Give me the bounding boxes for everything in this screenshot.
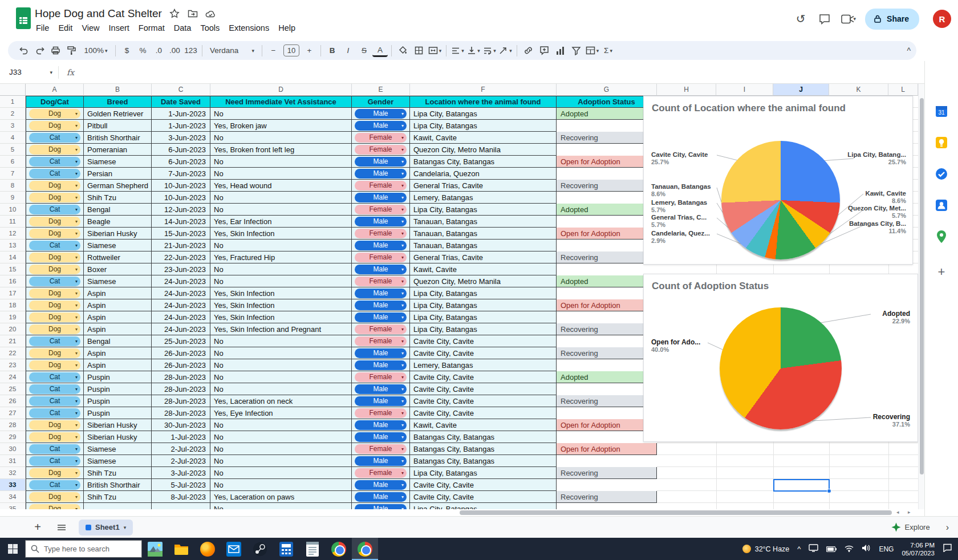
gender-select-chip[interactable]: Female▾ bbox=[355, 444, 407, 454]
chip-dropdown-icon[interactable]: ▾ bbox=[75, 435, 78, 440]
cell-breed-14[interactable]: Rottweiler bbox=[84, 251, 152, 263]
cell-breed-28[interactable]: Siberian Husky bbox=[84, 419, 152, 431]
cell-date-25[interactable]: 28-Jun-2023 bbox=[152, 383, 210, 395]
dogcat-select-chip[interactable]: Dog▾ bbox=[29, 181, 80, 190]
cell-date-19[interactable]: 24-Jun-2023 bbox=[152, 311, 210, 323]
increase-font-size-button[interactable]: + bbox=[302, 43, 317, 58]
doc-title[interactable]: Hope Dog and Cat Shelter bbox=[35, 7, 162, 20]
get-addons-button[interactable]: + bbox=[933, 263, 950, 281]
chip-dropdown-icon[interactable]: ▾ bbox=[401, 147, 404, 152]
cell-breed-23[interactable]: Aspin bbox=[84, 359, 152, 371]
cell-dogcat-23[interactable]: Dog▾ bbox=[26, 359, 84, 371]
chip-dropdown-icon[interactable]: ▾ bbox=[75, 255, 78, 260]
fill-handle[interactable] bbox=[827, 489, 831, 493]
chip-dropdown-icon[interactable]: ▾ bbox=[75, 387, 78, 392]
dogcat-select-chip[interactable]: Dog▾ bbox=[29, 265, 80, 274]
cell-location-17[interactable]: Lipa City, Batangas bbox=[410, 287, 557, 299]
row-header-27[interactable]: 27 bbox=[0, 407, 26, 419]
cell-breed-22[interactable]: Aspin bbox=[84, 347, 152, 359]
cell-gender-8[interactable]: Female▾ bbox=[352, 180, 410, 192]
cell-dogcat-35[interactable]: Dog▾ bbox=[26, 503, 84, 509]
chip-dropdown-icon[interactable]: ▾ bbox=[75, 339, 78, 344]
chip-dropdown-icon[interactable]: ▾ bbox=[75, 423, 78, 428]
cell-vet-14[interactable]: Yes, Fractured Hip bbox=[210, 251, 352, 263]
cell-location-25[interactable]: Cavite City, Cavite bbox=[410, 383, 557, 395]
borders-button[interactable] bbox=[411, 43, 427, 58]
chip-dropdown-icon[interactable]: ▾ bbox=[75, 494, 78, 500]
row-header-24[interactable]: 24 bbox=[0, 371, 26, 383]
cell-location-31[interactable]: Batangas City, Batangas bbox=[410, 455, 557, 467]
col-header-J[interactable]: J bbox=[773, 84, 829, 96]
select-all-corner[interactable] bbox=[0, 84, 26, 96]
cell-vet-28[interactable]: No bbox=[210, 419, 352, 431]
dogcat-select-chip[interactable]: Cat▾ bbox=[29, 205, 80, 214]
cell-breed-2[interactable]: Golden Retriever bbox=[84, 108, 152, 120]
cell-dogcat-18[interactable]: Dog▾ bbox=[26, 299, 84, 311]
chip-dropdown-icon[interactable]: ▾ bbox=[75, 111, 78, 116]
calendar-icon[interactable]: 31 bbox=[933, 103, 950, 120]
calculator-icon[interactable] bbox=[273, 538, 299, 560]
cell-date-35[interactable] bbox=[152, 503, 210, 509]
row-header-35[interactable]: 35 bbox=[0, 503, 26, 509]
cell-gender-19[interactable]: Male▾ bbox=[352, 311, 410, 323]
cell-breed-4[interactable]: British Shorthair bbox=[84, 132, 152, 144]
cell-location-3[interactable]: Lipa City, Batangas bbox=[410, 120, 557, 132]
chip-dropdown-icon[interactable]: ▾ bbox=[75, 279, 78, 284]
row-header-6[interactable]: 6 bbox=[0, 156, 26, 168]
cell-breed-25[interactable]: Puspin bbox=[84, 383, 152, 395]
cell-vet-29[interactable]: No bbox=[210, 431, 352, 443]
cell-vet-35[interactable]: No bbox=[210, 503, 352, 509]
gender-select-chip[interactable]: Female▾ bbox=[355, 324, 407, 334]
print-button[interactable] bbox=[48, 43, 63, 58]
col-header-F[interactable]: F bbox=[410, 84, 557, 96]
col-header-I[interactable]: I bbox=[716, 84, 773, 96]
expand-sheetbar-icon[interactable]: › bbox=[946, 522, 949, 533]
cell-date-11[interactable]: 14-Jun-2023 bbox=[152, 216, 210, 228]
dogcat-select-chip[interactable]: Dog▾ bbox=[29, 301, 80, 310]
row-header-13[interactable]: 13 bbox=[0, 240, 26, 251]
scroll-right-icon[interactable]: ▸ bbox=[908, 509, 911, 515]
cell-vet-26[interactable]: Yes, Laceration on neck bbox=[210, 395, 352, 407]
cell-gender-30[interactable]: Female▾ bbox=[352, 443, 410, 455]
gender-select-chip[interactable]: Female▾ bbox=[355, 145, 407, 155]
cell-dogcat-8[interactable]: Dog▾ bbox=[26, 180, 84, 192]
cell-gender-5[interactable]: Female▾ bbox=[352, 144, 410, 156]
row-header-28[interactable]: 28 bbox=[0, 419, 26, 431]
cell-dogcat-9[interactable]: Dog▾ bbox=[26, 192, 84, 204]
name-box[interactable]: J33 ▾ bbox=[0, 68, 58, 76]
gender-select-chip[interactable]: Female▾ bbox=[355, 372, 407, 382]
cell-vet-30[interactable]: No bbox=[210, 443, 352, 455]
cell-gender-35[interactable]: Male▾ bbox=[352, 503, 410, 509]
cell-status-15[interactable]: Open for Adoption▾ bbox=[557, 419, 657, 431]
cell-gender-9[interactable]: Male▾ bbox=[352, 192, 410, 204]
row-header-14[interactable]: 14 bbox=[0, 251, 26, 263]
dogcat-select-chip[interactable]: Dog▾ bbox=[29, 229, 80, 238]
cell-dogcat-19[interactable]: Dog▾ bbox=[26, 311, 84, 323]
gender-select-chip[interactable]: Male▾ bbox=[355, 169, 407, 178]
col-header-L[interactable]: L bbox=[888, 84, 918, 96]
cell-gender-3[interactable]: Male▾ bbox=[352, 120, 410, 132]
start-button[interactable] bbox=[0, 538, 25, 560]
gender-select-chip[interactable]: Male▾ bbox=[355, 301, 407, 310]
dogcat-select-chip[interactable]: Cat▾ bbox=[29, 336, 80, 346]
horizontal-scrollbar[interactable]: ◂ ▸ bbox=[0, 509, 918, 516]
chip-dropdown-icon[interactable]: ▾ bbox=[401, 195, 404, 200]
header-cell-G1[interactable]: Adoption Status bbox=[557, 96, 657, 108]
dogcat-select-chip[interactable]: Dog▾ bbox=[29, 289, 80, 298]
cell-breed-33[interactable]: British Shorthair bbox=[84, 479, 152, 491]
fill-color-button[interactable] bbox=[395, 43, 411, 58]
row-header-4[interactable]: 4 bbox=[0, 132, 26, 144]
cell-date-29[interactable]: 1-Jul-2023 bbox=[152, 431, 210, 443]
undo-button[interactable] bbox=[16, 43, 31, 58]
chip-dropdown-icon[interactable]: ▾ bbox=[401, 255, 404, 260]
cell-breed-15[interactable]: Boxer bbox=[84, 263, 152, 275]
cell-vet-6[interactable]: No bbox=[210, 156, 352, 168]
location-pie[interactable] bbox=[721, 141, 840, 259]
dogcat-select-chip[interactable]: Dog▾ bbox=[29, 313, 80, 322]
row-header-25[interactable]: 25 bbox=[0, 383, 26, 395]
decrease-font-size-button[interactable]: − bbox=[266, 43, 281, 58]
gender-select-chip[interactable]: Female▾ bbox=[355, 408, 407, 418]
col-header-H[interactable]: H bbox=[657, 84, 716, 96]
text-color-button[interactable]: A bbox=[372, 44, 388, 57]
insert-chart-button[interactable] bbox=[553, 43, 568, 58]
